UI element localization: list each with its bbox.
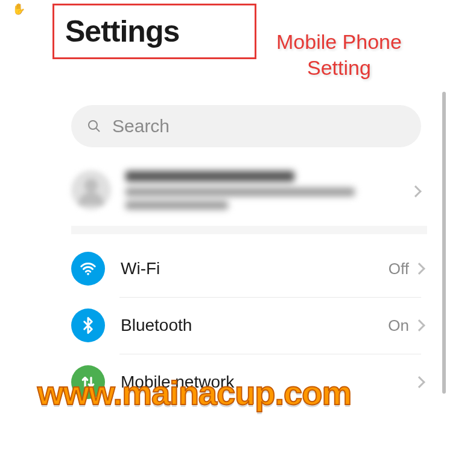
annotation-line-1: Mobile Phone (276, 30, 402, 53)
scrollbar[interactable] (442, 92, 446, 394)
row-divider (119, 297, 421, 298)
wifi-value: Off (389, 260, 409, 278)
chevron-right-icon (413, 319, 425, 331)
wifi-icon (71, 252, 105, 286)
account-row[interactable] (71, 165, 427, 234)
wifi-label: Wi-Fi (121, 259, 389, 278)
chevron-right-icon (413, 376, 425, 388)
page-title: Settings (65, 14, 179, 49)
bluetooth-row[interactable]: Bluetooth On (71, 297, 427, 354)
svg-point-2 (87, 273, 89, 275)
search-icon (87, 119, 101, 133)
svg-line-1 (97, 129, 100, 132)
settings-content: Search Wi-Fi Off Blueto (71, 105, 433, 411)
chevron-right-icon (413, 263, 425, 275)
bluetooth-label: Bluetooth (121, 316, 388, 335)
avatar-icon (71, 170, 111, 210)
row-divider (119, 354, 421, 354)
annotation-line-2: Setting (307, 56, 371, 79)
account-text-blurred (125, 171, 427, 209)
bluetooth-value: On (388, 316, 409, 335)
svg-point-0 (89, 121, 97, 129)
wifi-row[interactable]: Wi-Fi Off (71, 240, 427, 297)
search-input[interactable]: Search (71, 105, 421, 147)
search-placeholder: Search (112, 116, 170, 136)
grab-cursor-icon: ✋ (12, 2, 25, 16)
annotation-label: Mobile Phone Setting (276, 29, 402, 80)
watermark-text: www.mainacup.com (37, 373, 351, 412)
title-highlight-box: Settings (52, 4, 256, 59)
bluetooth-icon (71, 309, 105, 342)
